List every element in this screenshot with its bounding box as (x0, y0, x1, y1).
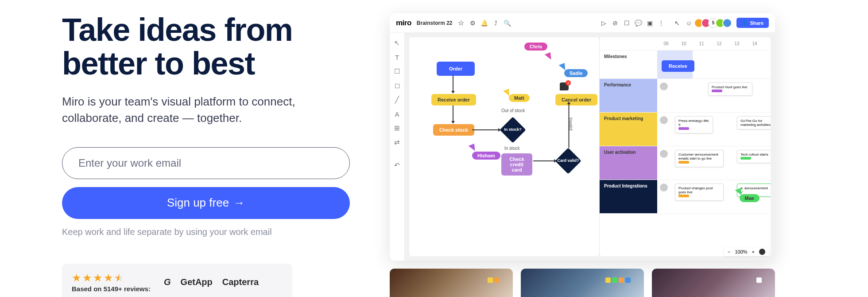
star-icon: ★ (82, 272, 92, 284)
flow-arrow (533, 160, 554, 161)
reviews-count: Based on 5149+ reviews: (72, 285, 151, 293)
tag-icon (740, 157, 751, 160)
flow-node-cancel[interactable]: Cancel order (555, 94, 597, 106)
zoom-in-icon[interactable]: + (752, 249, 755, 254)
cursor-icon[interactable]: ↖ (674, 20, 681, 27)
frame-tool-icon[interactable]: ⊞ (393, 124, 401, 132)
sticky-tool-icon[interactable]: ☐ (393, 67, 401, 75)
miro-logo: miro (396, 19, 411, 27)
timeline-header: 09 10 11 12 13 14 (600, 37, 771, 51)
more-tool-icon[interactable]: ⇄ (393, 138, 401, 146)
star-icon[interactable]: ☆ (458, 19, 464, 27)
day-col: 10 (675, 41, 693, 46)
avatar (660, 150, 668, 158)
gear-icon[interactable]: ⚙ (469, 20, 477, 27)
chat-icon[interactable]: 💬 (635, 20, 642, 27)
signup-button[interactable]: Sign up free → (62, 187, 350, 219)
user-pill-chris: Chris (524, 43, 547, 51)
tag-icon (678, 161, 689, 164)
bolt-icon[interactable]: ▷ (600, 20, 607, 27)
comment-icon[interactable]: 2 (560, 82, 569, 90)
star-half-icon: ★ (114, 272, 124, 284)
zoom-level: 100% (735, 249, 747, 254)
flow-arrow (453, 106, 453, 121)
user-pill-sadie: Sadie (564, 69, 588, 77)
line-tool-icon[interactable]: ╱ (393, 96, 401, 104)
user-pill-hisham: Hisham (472, 152, 500, 160)
thumbnail[interactable] (390, 269, 513, 297)
signup-label: Sign up free (167, 196, 229, 210)
day-col: 12 (710, 41, 728, 46)
flow-node-order[interactable]: Order (437, 62, 475, 76)
board-name[interactable]: Brainstorm 22 (417, 20, 453, 26)
reviews-box: ★ ★ ★ ★ ★ Based on 5149+ reviews: G GetA… (62, 264, 292, 297)
hero-subtitle: Miro is your team's visual platform to c… (62, 94, 337, 126)
reactions-icon[interactable]: ☺ (685, 20, 692, 27)
thumbnail[interactable] (652, 269, 775, 297)
user-pill-matt: Matt (509, 94, 530, 102)
row-label: Performance (600, 79, 657, 112)
zoom-control[interactable]: − 100% + (724, 247, 769, 256)
tag-icon (712, 90, 722, 92)
tag-icon (678, 195, 689, 197)
row-label: Milestones (600, 51, 657, 78)
timeline-card[interactable]: Product Hunt goes live (708, 82, 752, 96)
timeline-receive[interactable]: Receive (662, 60, 694, 72)
brand-getapp: GetApp (181, 277, 213, 287)
edge-label: Out of stock (501, 108, 525, 113)
arrow-right-icon: → (233, 196, 245, 210)
flow-node-checkcard[interactable]: Check credit card (501, 153, 532, 176)
cursor-tool-icon[interactable]: ↖ (393, 39, 401, 47)
flow-node-checkstock[interactable]: Check stock (433, 124, 474, 136)
avatar (660, 116, 668, 124)
tool-sidebar: ↖ T ☐ ◻ ╱ A ⊞ ⇄ ↶ (390, 33, 405, 261)
avatar (660, 82, 668, 90)
share-button[interactable]: 👤 Share (736, 18, 769, 28)
star-rating: ★ ★ ★ ★ ★ (72, 272, 151, 284)
zoom-out-icon[interactable]: − (728, 249, 730, 254)
bell-icon[interactable]: 🔔 (481, 20, 488, 27)
day-col: 13 (728, 41, 746, 46)
upload-icon[interactable]: ⤴ (492, 20, 500, 27)
brand-capterra: Capterra (222, 277, 259, 287)
text-tool-icon[interactable]: T (393, 53, 401, 61)
thumbnail[interactable] (521, 269, 644, 297)
flowchart-canvas[interactable]: Chris Order Receive order Check stock Sa… (409, 37, 600, 256)
timeline-card[interactable]: Tech rollout starts (737, 150, 771, 163)
timer-icon[interactable]: ⊘ (612, 20, 619, 27)
avatar[interactable] (722, 18, 732, 28)
row-label: Product marketing (600, 113, 657, 146)
pen-tool-icon[interactable]: A (393, 110, 401, 118)
cursor-icon (545, 52, 553, 61)
star-icon: ★ (93, 272, 103, 284)
email-field[interactable] (62, 147, 350, 179)
flow-arrow (472, 129, 499, 130)
brand-g2: G (164, 277, 171, 287)
row-label: Product Integrations (600, 180, 657, 213)
timeline-card[interactable]: Product changes post goes live (675, 184, 724, 201)
timeline-panel[interactable]: 09 10 11 12 13 14 Milestones Receive (600, 37, 771, 256)
flow-node-receive[interactable]: Receive order (431, 94, 476, 106)
hero-title: Take ideas from better to best (62, 13, 363, 80)
star-icon: ★ (72, 272, 81, 284)
more-icon[interactable]: ⋮ (658, 20, 665, 27)
avatar (660, 184, 668, 191)
present-icon[interactable]: ▣ (646, 20, 653, 27)
day-col: 11 (693, 41, 710, 46)
undo-icon[interactable]: ↶ (393, 161, 401, 169)
flow-decision-instock[interactable]: In stock? (500, 117, 526, 143)
timeline-card[interactable]: Press embargo lifts 9 (675, 116, 713, 133)
note-icon[interactable]: ☐ (623, 20, 630, 27)
search-icon[interactable]: 🔍 (504, 20, 511, 27)
timeline-card[interactable]: GoThe-Go for marketing activities (737, 116, 771, 129)
shapes-tool-icon[interactable]: ◻ (393, 82, 401, 90)
star-icon: ★ (104, 272, 113, 284)
flow-decision-cardvalid[interactable]: Card valid? (555, 148, 581, 174)
collaborator-avatars[interactable]: 5 (697, 18, 732, 28)
help-icon[interactable] (759, 249, 765, 255)
timeline-card[interactable]: Customer announcement emails start to go… (675, 150, 724, 167)
person-icon: 👤 (742, 20, 748, 26)
helper-text: Keep work and life separate by using you… (62, 227, 363, 237)
app-screenshot: miro Brainstorm 22 ☆ ⚙ 🔔 ⤴ 🔍 ▷ ⊘ ☐ 💬 ▣ (390, 13, 775, 261)
thumbnail-row (390, 269, 841, 297)
